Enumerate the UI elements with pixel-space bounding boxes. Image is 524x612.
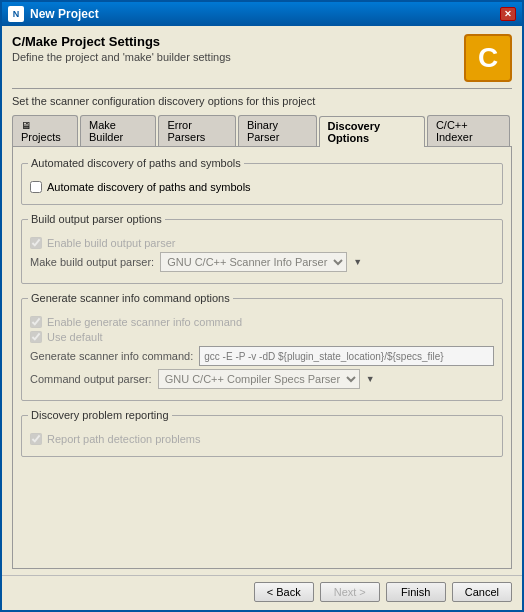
report-path-row: Report path detection problems (30, 433, 494, 445)
c-icon: C (464, 34, 512, 82)
back-button[interactable]: < Back (254, 582, 314, 602)
next-button[interactable]: Next > (320, 582, 380, 602)
cancel-button[interactable]: Cancel (452, 582, 512, 602)
enable-build-output-checkbox (30, 237, 42, 249)
automated-discovery-group: Automated discovery of paths and symbols… (21, 163, 503, 205)
generate-scanner-group: Generate scanner info command options En… (21, 298, 503, 401)
use-default-text: Use default (47, 331, 103, 343)
generate-scanner-label: Generate scanner info command options (28, 292, 233, 304)
page-title: C/Make Project Settings (12, 34, 464, 49)
tab-cpp-indexer[interactable]: C/C++ Indexer (427, 115, 510, 146)
output-parser-label: Command output parser: (30, 373, 152, 385)
tab-projects[interactable]: 🖥 Projects (12, 115, 78, 146)
tab-bar: 🖥 Projects Make Builder Error Parsers Bi… (12, 115, 512, 147)
header-text: C/Make Project Settings Define the proje… (12, 34, 464, 71)
tab-binary-parser[interactable]: Binary Parser (238, 115, 317, 146)
make-parser-row: Make build output parser: GNU C/C++ Scan… (30, 252, 494, 272)
discovery-problem-label: Discovery problem reporting (28, 409, 172, 421)
use-default-row: Use default (30, 331, 494, 343)
close-button[interactable]: ✕ (500, 7, 516, 21)
build-output-label: Build output parser options (28, 213, 165, 225)
make-parser-label: Make build output parser: (30, 256, 154, 268)
enable-build-output-row: Enable build output parser (30, 237, 494, 249)
main-window: N New Project ✕ C/Make Project Settings … (0, 0, 524, 612)
build-output-group: Build output parser options Enable build… (21, 219, 503, 284)
make-parser-select[interactable]: GNU C/C++ Scanner Info Parser (160, 252, 347, 272)
content-area: C/Make Project Settings Define the proje… (2, 26, 522, 575)
automate-discovery-text: Automate discovery of paths and symbols (47, 181, 251, 193)
tab-make-builder[interactable]: Make Builder (80, 115, 156, 146)
title-bar: N New Project ✕ (2, 2, 522, 26)
automate-discovery-row: Automate discovery of paths and symbols (30, 181, 494, 193)
enable-scanner-checkbox (30, 316, 42, 328)
output-parser-row: Command output parser: GNU C/C++ Compile… (30, 369, 494, 389)
automate-discovery-checkbox[interactable] (30, 181, 42, 193)
scanner-command-input[interactable] (199, 346, 494, 366)
header-row: C/Make Project Settings Define the proje… (12, 34, 512, 82)
discovery-problem-group: Discovery problem reporting Report path … (21, 415, 503, 457)
scanner-command-row: Generate scanner info command: (30, 346, 494, 366)
footer: < Back Next > Finish Cancel (2, 575, 522, 610)
report-path-text: Report path detection problems (47, 433, 200, 445)
page-subtitle: Define the project and 'make' builder se… (12, 51, 464, 63)
scanner-command-label: Generate scanner info command: (30, 350, 193, 362)
scanner-info-text: Set the scanner configuration discovery … (12, 88, 512, 107)
report-path-checkbox (30, 433, 42, 445)
tab-error-parsers[interactable]: Error Parsers (158, 115, 235, 146)
output-parser-select[interactable]: GNU C/C++ Compiler Specs Parser (158, 369, 360, 389)
automated-discovery-label: Automated discovery of paths and symbols (28, 157, 244, 169)
finish-button[interactable]: Finish (386, 582, 446, 602)
projects-tab-icon: 🖥 (21, 120, 31, 131)
tab-discovery-options[interactable]: Discovery Options (319, 116, 425, 147)
window-title: New Project (30, 7, 494, 21)
use-default-checkbox (30, 331, 42, 343)
enable-build-output-text: Enable build output parser (47, 237, 175, 249)
tab-content: Automated discovery of paths and symbols… (12, 147, 512, 569)
window-icon: N (8, 6, 24, 22)
enable-scanner-text: Enable generate scanner info command (47, 316, 242, 328)
enable-scanner-row: Enable generate scanner info command (30, 316, 494, 328)
